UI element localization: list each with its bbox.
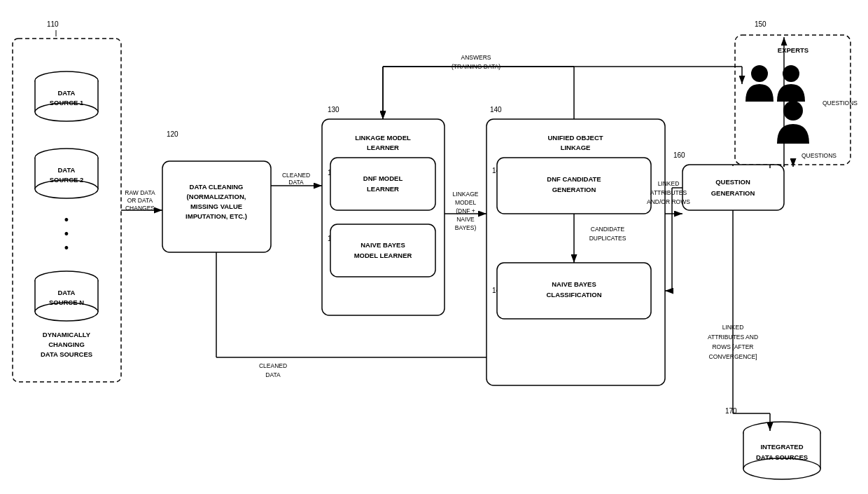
questions-label-right: QUESTIONS — [822, 100, 858, 107]
linked-conv-label3: ROWS [AFTER — [712, 343, 753, 350]
cleaned-data-label2a: CLEANED — [259, 362, 287, 369]
naive-bayes-model-label1: NAIVE BAYES — [360, 241, 405, 249]
datasource2-label: DATA — [58, 166, 76, 174]
linkage-model-label4: NAIVE — [456, 216, 475, 223]
dnf-model-label2: LEARNER — [367, 185, 399, 193]
naive-bayes-class-label1: NAIVE BAYES — [552, 280, 596, 288]
linkage-learner-label2: LEARNER — [367, 144, 399, 151]
ref-110: 110 — [47, 20, 59, 28]
dnf-model-label1: DNF MODEL — [363, 174, 403, 182]
dnf-model-box — [330, 158, 435, 210]
raw-data-label2: OR DATA — [127, 197, 153, 204]
dnf-candidate-label2: GENERATION — [552, 186, 596, 193]
dnf-candidate-label1: DNF CANDIDATE — [547, 175, 601, 183]
linked-attrs-label3: AND/OR ROWS — [647, 198, 690, 205]
linked-attrs-label2: ATTRIBUTES — [650, 189, 687, 196]
answers-label2: (TRAINING DATA) — [451, 63, 500, 70]
linked-attrs-label1: LINKED — [658, 180, 680, 187]
naive-bayes-model-label2: MODEL LEARNER — [354, 252, 412, 259]
unified-label2: LINKAGE — [561, 144, 591, 151]
raw-data-label1: RAW DATA — [125, 189, 155, 196]
experts-label: EXPERTS — [778, 46, 808, 54]
cleaned-data-label1a: CLEANED — [282, 172, 310, 179]
datasource1-label: DATA — [58, 89, 76, 97]
datasourceN-label: DATA — [58, 289, 76, 296]
datacleaning-label1: DATA CLEANING — [190, 183, 244, 191]
ref-120: 120 — [167, 130, 178, 138]
ref-160: 160 — [673, 151, 685, 159]
question-gen-box — [682, 165, 784, 210]
naive-bayes-model-box — [330, 224, 435, 277]
unified-label1: UNIFIED OBJECT — [547, 134, 603, 142]
dynamically-label2: CHANGING — [48, 341, 85, 348]
linked-conv-label4: CONVERGENCE] — [709, 353, 757, 360]
expert-head2 — [783, 65, 799, 82]
linkage-model-label1: LINKAGE — [453, 191, 479, 198]
datasourceN-label2: SOURCE N — [49, 299, 84, 306]
answers-label1: ANSWERS — [461, 54, 491, 61]
ref-130: 130 — [328, 106, 340, 114]
naive-bayes-class-label2: CLASSIFICATION — [547, 291, 602, 299]
datasource1-label2: SOURCE 1 — [50, 99, 84, 107]
linkage-model-label5: BAYES) — [455, 224, 477, 231]
linked-conv-label1: LINKED — [722, 324, 744, 331]
linkage-learner-label1: LINKAGE MODEL — [355, 134, 411, 142]
question-gen-label2: GENERATION — [711, 189, 755, 197]
ref-140: 140 — [490, 106, 502, 114]
integrated-bottom — [743, 458, 820, 479]
expert-head3 — [783, 101, 803, 121]
cleaned-data-label1b: DATA — [288, 179, 304, 186]
dots2: • — [64, 227, 69, 241]
ref-150: 150 — [755, 20, 766, 28]
integrated-label1: INTEGRATED — [760, 443, 803, 451]
datacleaning-label2: (NORMALIZATION, — [187, 193, 246, 200]
question-gen-label1: QUESTION — [715, 178, 750, 186]
datasource2-label2: SOURCE 2 — [50, 176, 84, 184]
linkage-model-label2: MODEL — [455, 199, 477, 206]
linked-conv-label2: ATTRIBUTES AND — [708, 334, 758, 341]
candidate-dupes-label2: DUPLICATES — [589, 235, 626, 242]
cleaned-data-label2b: DATA — [265, 371, 281, 378]
dynamically-label1: DYNAMICALLY — [43, 331, 91, 338]
datacleaning-label4: IMPUTATION, ETC.) — [186, 212, 247, 220]
diagram: 110 DATA SOURCE 1 DATA SOURCE 2 • • • DA… — [0, 0, 868, 494]
dots3: • — [64, 241, 69, 255]
raw-data-label3: CHANGES — [125, 205, 155, 212]
datacleaning-label3: MISSING VALUE — [190, 203, 242, 210]
questions-label: QUESTIONS — [802, 152, 836, 159]
linkage-model-label3: (DNF + — [456, 207, 475, 214]
integrated-label2: DATA SOURCES — [756, 453, 808, 461]
dynamically-label3: DATA SOURCES — [41, 350, 92, 358]
expert-head1 — [751, 65, 768, 82]
candidate-dupes-label1: CANDIDATE — [591, 226, 625, 233]
dots: • — [64, 213, 69, 227]
